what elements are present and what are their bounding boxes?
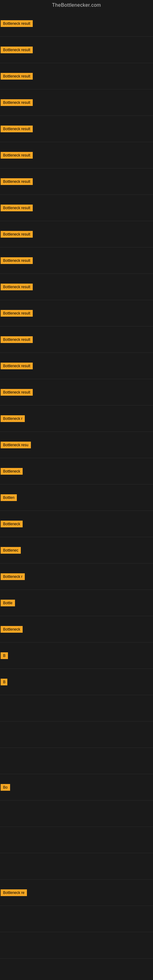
result-row-20: Bottleneck <box>0 511 153 537</box>
result-row-34: Bottleneck re <box>0 880 153 906</box>
bottleneck-badge-10[interactable]: Bottleneck result <box>1 257 33 264</box>
bottleneck-badge-34[interactable]: Bottleneck re <box>1 889 27 896</box>
result-row-8: Bottleneck result <box>0 195 153 221</box>
bottleneck-badge-20[interactable]: Bottleneck <box>1 520 22 527</box>
bottleneck-badge-26[interactable]: B <box>1 679 7 686</box>
result-row-19: Bottlen <box>0 485 153 511</box>
result-row-2: Bottleneck result <box>0 37 153 63</box>
bottleneck-badge-6[interactable]: Bottleneck result <box>1 152 33 159</box>
result-row-9: Bottleneck result <box>0 221 153 247</box>
result-row-22: Bottleneck r <box>0 563 153 590</box>
result-row-23: Bottle <box>0 590 153 616</box>
result-row-31 <box>0 800 153 827</box>
result-row-28 <box>0 722 153 748</box>
bottleneck-badge-17[interactable]: Bottleneck resu <box>1 442 31 449</box>
result-row-35 <box>0 906 153 932</box>
bottleneck-badge-16[interactable]: Bottleneck r <box>1 415 25 422</box>
bottleneck-badge-30[interactable]: Bo <box>1 784 10 791</box>
bottleneck-badge-2[interactable]: Bottleneck result <box>1 46 33 53</box>
bottleneck-badge-15[interactable]: Bottleneck result <box>1 389 33 396</box>
bottleneck-badge-3[interactable]: Bottleneck result <box>1 73 33 80</box>
result-row-21: Bottlenec <box>0 537 153 563</box>
result-row-36 <box>0 932 153 959</box>
result-row-29 <box>0 748 153 774</box>
result-row-26: B <box>0 669 153 695</box>
bottleneck-badge-22[interactable]: Bottleneck r <box>1 573 25 580</box>
bottleneck-badge-23[interactable]: Bottle <box>1 600 15 606</box>
result-row-4: Bottleneck result <box>0 89 153 116</box>
bottleneck-badge-13[interactable]: Bottleneck result <box>1 336 33 343</box>
bottleneck-badge-25[interactable]: B <box>1 652 8 659</box>
result-row-27 <box>0 695 153 722</box>
result-row-14: Bottleneck result <box>0 353 153 379</box>
result-row-7: Bottleneck result <box>0 169 153 195</box>
bottleneck-badge-8[interactable]: Bottleneck result <box>1 205 33 211</box>
bottleneck-badge-19[interactable]: Bottlen <box>1 494 17 501</box>
result-row-17: Bottleneck resu <box>0 432 153 458</box>
result-row-25: B <box>0 643 153 669</box>
result-row-15: Bottleneck result <box>0 379 153 406</box>
result-row-13: Bottleneck result <box>0 326 153 353</box>
bottleneck-badge-24[interactable]: Bottleneck <box>1 626 22 633</box>
result-row-30: Bo <box>0 774 153 800</box>
result-row-24: Bottleneck <box>0 616 153 643</box>
bottleneck-badge-14[interactable]: Bottleneck result <box>1 363 33 369</box>
bottleneck-badge-12[interactable]: Bottleneck result <box>1 310 33 317</box>
result-row-16: Bottleneck r <box>0 406 153 432</box>
result-row-1: Bottleneck result <box>0 10 153 37</box>
bottleneck-badge-11[interactable]: Bottleneck result <box>1 283 33 290</box>
result-row-33 <box>0 853 153 880</box>
site-title: TheBottlenecker.com <box>0 0 153 10</box>
bottleneck-badge-9[interactable]: Bottleneck result <box>1 231 33 238</box>
bottleneck-badge-4[interactable]: Bottleneck result <box>1 99 33 106</box>
result-row-11: Bottleneck result <box>0 274 153 300</box>
result-row-18: Bottleneck <box>0 458 153 485</box>
bottleneck-badge-5[interactable]: Bottleneck result <box>1 126 33 132</box>
bottleneck-badge-21[interactable]: Bottlenec <box>1 547 21 554</box>
result-row-3: Bottleneck result <box>0 63 153 89</box>
result-row-32 <box>0 827 153 853</box>
bottleneck-badge-1[interactable]: Bottleneck result <box>1 20 33 27</box>
result-row-6: Bottleneck result <box>0 142 153 169</box>
site-header: TheBottlenecker.com <box>0 0 153 10</box>
result-row-5: Bottleneck result <box>0 116 153 142</box>
result-row-12: Bottleneck result <box>0 300 153 326</box>
bottleneck-badge-18[interactable]: Bottleneck <box>1 468 22 475</box>
bottleneck-container: Bottleneck resultBottleneck resultBottle… <box>0 10 153 959</box>
bottleneck-badge-7[interactable]: Bottleneck result <box>1 178 33 185</box>
result-row-10: Bottleneck result <box>0 247 153 274</box>
